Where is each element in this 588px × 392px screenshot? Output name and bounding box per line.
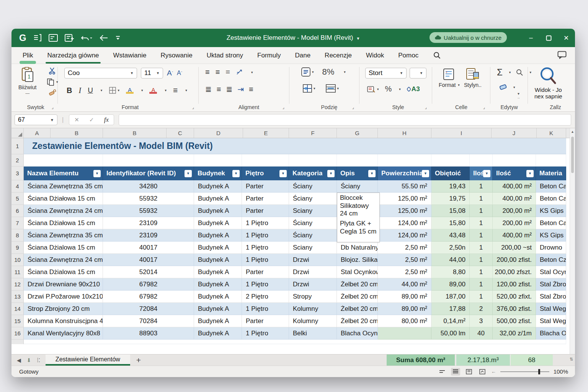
cell-qty1-row16[interactable]: 40 <box>470 327 493 340</box>
sum-area-cell[interactable]: Suma 608,00 m² <box>387 354 455 366</box>
grow-font-icon[interactable]: Aˉ <box>167 69 173 77</box>
cell-category-row5[interactable]: Ściany <box>289 193 337 205</box>
empty-cell[interactable] <box>536 154 566 167</box>
column-header-D-4[interactable]: D <box>194 128 243 138</box>
column-header-K-11[interactable]: K <box>537 128 566 138</box>
row-number-2[interactable]: 2 <box>11 154 24 167</box>
cell-building-row10[interactable]: Budynek A <box>194 254 242 266</box>
cell-id-row9[interactable]: 40017 <box>103 242 194 254</box>
cell-floor-row13[interactable]: 2 Piętro <box>242 291 289 303</box>
scroll-up-icon[interactable]: ▲ <box>570 128 575 134</box>
table-header-id[interactable]: Identyfikator (Revit ID)▼ <box>103 167 194 180</box>
empty-cell[interactable] <box>103 154 194 167</box>
cell-area-row10[interactable]: 2,50 m² <box>378 254 431 266</box>
cell-qty1-row8[interactable]: 1 <box>470 229 493 242</box>
table-header-category[interactable]: Kategoria▼ <box>289 167 337 180</box>
fill-color-icon[interactable]: A <box>126 87 134 94</box>
column-header-B-2[interactable]: B <box>103 128 167 138</box>
empty-cell[interactable] <box>378 154 431 167</box>
cell-volume-row6[interactable]: 15,08 <box>431 205 470 217</box>
back-arrow-icon[interactable] <box>99 34 108 41</box>
cell-category-row9[interactable]: Sciany <box>289 242 337 254</box>
paste-dropdown-icon[interactable]: — <box>25 91 29 95</box>
cell-name-row7[interactable]: Ściana Dżiałowa 15 cm <box>24 217 103 229</box>
wrap-text-icon[interactable]: ≡ <box>249 85 253 94</box>
cell-area-row7[interactable]: 124,00 m² <box>378 217 431 229</box>
editing-more-icon[interactable]: ▾∙∙ <box>518 91 520 100</box>
filter-dropdown-icon[interactable]: ▼ <box>368 170 376 177</box>
menu-item-formuly[interactable]: Formuly <box>256 48 281 63</box>
cell-desc-row9[interactable]: Db Naturalny <box>337 242 378 254</box>
row-number-5[interactable]: 5 <box>11 193 24 205</box>
column-header-H-8[interactable]: H <box>378 128 431 138</box>
cell-category-row13[interactable]: Stropy <box>289 291 337 303</box>
cell-volume-row15[interactable]: 0,14,m² <box>431 315 470 327</box>
new-sheet-icon[interactable] <box>65 34 74 42</box>
vertical-scrollbar[interactable]: ▲ <box>570 128 575 354</box>
align-top-icon[interactable]: ≡ <box>205 68 210 77</box>
cell-building-row11[interactable]: Budynek A <box>194 266 242 278</box>
align-middle-icon[interactable]: ≡ <box>216 68 220 77</box>
cell-material-row14[interactable]: Stal Weg <box>536 303 566 315</box>
sort-filter-icon[interactable]: A3 <box>407 85 420 93</box>
cell-desc-row13[interactable]: Żelbet 20 cm <box>337 291 378 303</box>
undo-icon[interactable] <box>81 34 92 42</box>
cell-desc-row11[interactable]: Stal Ocynkowana <box>337 266 378 278</box>
empty-cell[interactable] <box>24 154 103 167</box>
name-box[interactable]: 67▼ <box>15 114 57 125</box>
align-center-icon[interactable]: ≡ <box>217 85 221 94</box>
cell-desc-row10[interactable]: Blojoz. Silikatowy <box>337 254 378 266</box>
more-format-dropdown-icon[interactable]: ▾ <box>185 88 187 92</box>
cell-id-row12[interactable]: 67982 <box>103 278 194 291</box>
sheet-nav-down-icon[interactable]: ⬇ <box>27 357 31 363</box>
save-icon[interactable] <box>49 34 58 42</box>
filter-dropdown-icon[interactable]: ▼ <box>185 170 192 177</box>
percent-icon[interactable]: % <box>385 85 392 93</box>
align-bottom-icon[interactable]: = <box>225 68 230 77</box>
cell-material-row15[interactable]: Stal Weg <box>536 315 566 327</box>
number-format-icon[interactable]: ▾ <box>301 67 314 77</box>
cell-material-row6[interactable]: KS Gips <box>536 205 566 217</box>
menu-item-plik[interactable]: Plik <box>22 48 34 63</box>
row-number-15[interactable]: 15 <box>11 315 24 327</box>
autosave-icon[interactable] <box>33 34 42 42</box>
table-format-icon[interactable]: ▾ <box>325 84 339 93</box>
empty-cell[interactable] <box>242 154 289 167</box>
cell-name-row12[interactable]: Drzwi Drewniane 90x210 <box>24 278 103 291</box>
cut-icon[interactable] <box>47 67 58 75</box>
empty-cell[interactable] <box>493 154 536 167</box>
page-layout-view-icon[interactable] <box>451 368 460 376</box>
menu-item-rysowanie[interactable]: Rysowanie <box>160 48 193 63</box>
align-left-icon[interactable]: ≣ <box>205 85 212 94</box>
cell-volume-row11[interactable]: 8,80 <box>431 266 470 278</box>
cell-id-row8[interactable]: 23109 <box>103 229 194 242</box>
conditional-format-icon[interactable]: ▾ <box>367 85 379 93</box>
empty-cell[interactable] <box>289 154 337 167</box>
column-header-A-0[interactable]: A <box>24 128 51 138</box>
cell-qty2-row15[interactable]: 500,00 zfist. <box>493 315 536 327</box>
search-icon[interactable] <box>433 52 441 59</box>
cell-volume-row5[interactable]: 19,75 <box>431 193 470 205</box>
cell-volume-row12[interactable]: 89,00 <box>431 278 470 291</box>
percent-dropdown-icon[interactable]: ▾ <box>399 87 401 91</box>
cell-area-row9[interactable]: 2,50 m² <box>378 242 431 254</box>
filter-dropdown-icon[interactable]: ▼ <box>327 170 335 177</box>
font-color-dropdown-icon[interactable]: ▾ <box>165 88 167 92</box>
cell-category-row8[interactable]: Ściany <box>289 229 337 242</box>
cell-name-row13[interactable]: Drzwi P.Požarowe 10x210 <box>24 291 103 303</box>
cell-category-row4[interactable]: Ściany <box>289 180 337 193</box>
cell-building-row5[interactable]: Budynek A <box>194 193 242 205</box>
add-sheet-button[interactable]: + <box>130 354 147 366</box>
table-header-building[interactable]: Budynek▼ <box>194 167 242 180</box>
font-name-combo[interactable]: Coo▼ <box>64 68 137 78</box>
align-right-icon[interactable]: ≣ <box>226 85 232 94</box>
ribbon-collapse-icon[interactable] <box>115 35 121 41</box>
cell-qty1-row9[interactable]: 1 <box>470 242 493 254</box>
select-all-corner[interactable] <box>11 128 24 138</box>
column-header-F-6[interactable]: F <box>289 128 337 138</box>
cell-floor-row15[interactable]: Parter <box>242 315 289 327</box>
cell-id-row14[interactable]: 72084 <box>103 303 194 315</box>
cell-qty1-row11[interactable]: 1 <box>470 266 493 278</box>
row-number-10[interactable]: 10 <box>11 254 24 266</box>
autosum-dropdown-icon[interactable]: ▾ <box>509 70 511 74</box>
